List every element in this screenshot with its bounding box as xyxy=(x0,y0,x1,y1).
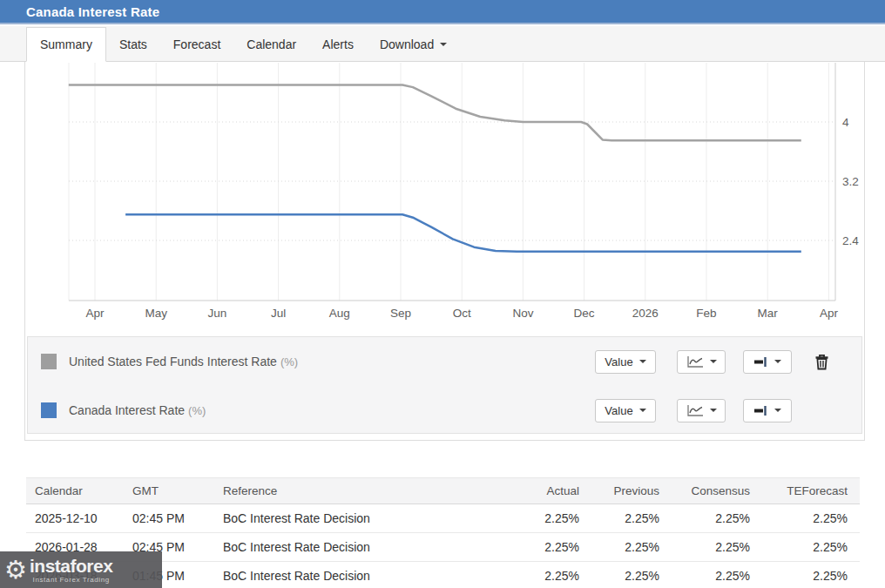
cell-consensus: 2.25% xyxy=(672,504,762,533)
canada-extend-button[interactable] xyxy=(743,399,792,422)
tab-alerts[interactable]: Alerts xyxy=(309,27,367,62)
rates-chart[interactable]: AprMayJunJulAugSepOctNovDec2026FebMarApr… xyxy=(25,62,864,327)
col-teforecast: TEForecast xyxy=(762,478,860,504)
us-extend-button[interactable] xyxy=(743,350,792,374)
us-series-unit: (%) xyxy=(280,355,298,368)
legend-row-us: United States Fed Funds Interest Rate (%… xyxy=(28,337,861,386)
svg-text:2.4: 2.4 xyxy=(842,234,859,247)
canada-value-dropdown[interactable]: Value xyxy=(595,399,656,422)
table-row: 2025-12-10 02:45 PM BoC Interest Rate De… xyxy=(26,504,860,533)
col-calendar: Calendar xyxy=(26,478,124,504)
cell-teforecast: 2.25% xyxy=(762,562,860,588)
cell-previous: 2.25% xyxy=(591,504,672,533)
svg-text:Apr: Apr xyxy=(85,307,105,320)
cell-reference: BoC Interest Rate Decision xyxy=(214,504,522,533)
cell-teforecast: 2.25% xyxy=(762,533,860,562)
cell-date: 2025-12-10 xyxy=(26,504,124,533)
svg-text:Sep: Sep xyxy=(390,307,411,320)
tab-bar: Summary Stats Forecast Calendar Alerts D… xyxy=(0,26,885,62)
svg-text:2026: 2026 xyxy=(632,307,659,320)
chevron-down-icon xyxy=(774,360,781,363)
chevron-down-icon xyxy=(639,409,646,412)
cell-teforecast: 2.25% xyxy=(762,504,860,533)
series-legend: United States Fed Funds Interest Rate (%… xyxy=(27,336,862,434)
svg-text:Feb: Feb xyxy=(696,307,716,320)
svg-text:4: 4 xyxy=(842,116,849,129)
watermark-brand: instaforex xyxy=(30,557,112,575)
line-chart-icon xyxy=(686,355,704,368)
summary-panel: AprMayJunJulAugSepOctNovDec2026FebMarApr… xyxy=(24,62,865,441)
arrow-to-bar-icon xyxy=(753,356,768,368)
col-actual: Actual xyxy=(522,478,591,504)
cell-actual: 2.25% xyxy=(522,533,591,562)
us-value-dropdown[interactable]: Value xyxy=(595,350,656,374)
svg-text:Dec: Dec xyxy=(574,307,595,320)
delete-series-button[interactable] xyxy=(814,354,829,370)
chevron-down-icon xyxy=(639,360,646,363)
cell-actual: 2.25% xyxy=(522,504,591,533)
col-previous: Previous xyxy=(591,478,672,504)
cell-gmt: 02:45 PM xyxy=(124,504,214,533)
cell-actual: 2.25% xyxy=(522,562,591,588)
svg-text:Jun: Jun xyxy=(208,307,227,320)
svg-text:Oct: Oct xyxy=(453,307,471,320)
table-header-row: Calendar GMT Reference Actual Previous C… xyxy=(26,478,860,504)
col-gmt: GMT xyxy=(124,478,214,504)
us-series-swatch xyxy=(41,354,57,369)
svg-text:Mar: Mar xyxy=(758,307,779,320)
tab-forecast[interactable]: Forecast xyxy=(160,27,233,62)
watermark-tagline: Instant Forex Trading xyxy=(33,576,110,584)
chevron-down-icon xyxy=(774,409,781,412)
svg-text:Nov: Nov xyxy=(512,307,533,320)
arrow-to-bar-icon xyxy=(753,405,768,416)
gear-person-icon: ⚙ xyxy=(4,558,27,583)
legend-row-canada: Canada Interest Rate (%) Value xyxy=(28,386,861,435)
svg-text:Aug: Aug xyxy=(329,307,350,320)
cell-previous: 2.25% xyxy=(591,533,672,562)
svg-text:3.2: 3.2 xyxy=(842,175,859,188)
tab-download[interactable]: Download xyxy=(367,27,460,62)
chevron-down-icon xyxy=(710,360,717,363)
cell-reference: BoC Interest Rate Decision xyxy=(214,562,522,588)
canada-series-swatch xyxy=(41,402,57,418)
us-chart-type-button[interactable] xyxy=(677,350,726,374)
instaforex-watermark: ⚙ instaforex Instant Forex Trading xyxy=(0,551,162,588)
line-chart-icon xyxy=(686,404,704,417)
cell-reference: BoC Interest Rate Decision xyxy=(214,533,522,562)
col-reference: Reference xyxy=(214,478,522,504)
cell-previous: 2.25% xyxy=(591,562,672,588)
tab-calendar[interactable]: Calendar xyxy=(233,27,309,62)
page-title: Canada Interest Rate xyxy=(26,4,159,19)
chart-canvas[interactable]: AprMayJunJulAugSepOctNovDec2026FebMarApr… xyxy=(25,62,864,327)
col-consensus: Consensus xyxy=(672,478,762,504)
svg-text:May: May xyxy=(145,307,167,320)
page-header: Canada Interest Rate xyxy=(0,0,885,24)
tab-summary[interactable]: Summary xyxy=(26,27,106,62)
us-series-label: United States Fed Funds Interest Rate xyxy=(69,355,277,368)
cell-consensus: 2.25% xyxy=(672,562,762,588)
trash-icon xyxy=(814,354,829,370)
page: Canada Interest Rate Summary Stats Forec… xyxy=(0,0,885,588)
svg-text:Jul: Jul xyxy=(271,307,286,320)
chevron-down-icon xyxy=(710,409,717,412)
canada-chart-type-button[interactable] xyxy=(677,399,726,422)
chevron-down-icon xyxy=(440,43,447,46)
canada-series-label: Canada Interest Rate xyxy=(69,403,185,417)
svg-text:Apr: Apr xyxy=(820,307,839,320)
tab-stats[interactable]: Stats xyxy=(106,27,160,62)
canada-series-unit: (%) xyxy=(188,404,206,417)
cell-consensus: 2.25% xyxy=(672,533,762,562)
